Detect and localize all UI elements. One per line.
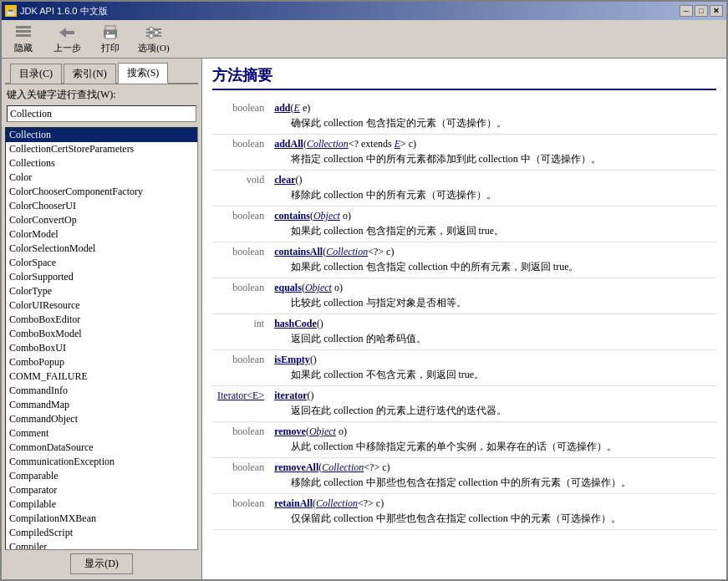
method-description: 如果此 collection 包含指定的元素，则返回 true。 (274, 224, 711, 238)
main-window: ☕ JDK API 1.6.0 中文版 ─ □ ✕ 隐藏 (0, 0, 728, 581)
hide-label: 隐藏 (14, 42, 33, 54)
list-item[interactable]: COMM_FAILURE (6, 369, 197, 384)
table-row: void clear() 移除此 collection 中的所有元素（可选操作）… (212, 171, 716, 206)
list-item[interactable]: ColorType (6, 284, 197, 298)
list-item[interactable]: ColorChooserUI (6, 199, 197, 213)
list-item[interactable]: Compilable (6, 497, 197, 512)
method-signature[interactable]: add(E e) (274, 102, 711, 115)
right-panel[interactable]: 方法摘要 boolean add(E e) 确保此 collection 包含指… (202, 59, 726, 579)
method-description: 如果此 collection 包含指定 collection 中的所有元素，则返… (274, 260, 711, 274)
method-cell: add(E e) 确保此 collection 包含指定的元素（可选操作）。 (269, 99, 716, 135)
list-item[interactable]: ColorUIResource (6, 298, 197, 313)
return-type-cell: boolean (212, 99, 269, 135)
return-type-cell: boolean (212, 422, 269, 458)
method-description: 将指定 collection 中的所有元素都添加到此 collection 中（… (274, 152, 711, 166)
list-item[interactable]: ComboPopup (6, 355, 197, 369)
show-button[interactable]: 显示(D) (70, 553, 133, 574)
left-panel: 目录(C) 索引(N) 搜索(S) 键入关键字进行查找(W): Collecti… (2, 59, 202, 579)
method-signature[interactable]: remove(Object o) (274, 426, 711, 438)
list-item[interactable]: Comparable (6, 469, 197, 483)
method-signature[interactable]: hashCode() (274, 318, 711, 330)
return-type-cell: boolean (212, 278, 269, 314)
method-cell: containsAll(Collection<?> c) 如果此 collect… (269, 242, 716, 278)
list-item[interactable]: CompilationMXBean (6, 512, 197, 526)
list-item[interactable]: ColorSpace (6, 256, 197, 270)
table-row: int hashCode() 返回此 collection 的哈希码值。 (212, 314, 716, 350)
back-label: 上一步 (53, 42, 81, 54)
back-icon (57, 23, 77, 42)
return-type-cell: int (212, 314, 269, 350)
table-row: boolean containsAll(Collection<?> c) 如果此… (212, 242, 716, 278)
maximize-button[interactable]: □ (695, 5, 708, 17)
method-signature[interactable]: isEmpty() (274, 354, 711, 366)
print-icon (100, 23, 120, 42)
list-item[interactable]: ComboBoxEditor (6, 313, 197, 327)
back-button[interactable]: 上一步 (50, 23, 84, 54)
list-item[interactable]: CommandInfo (6, 384, 197, 398)
method-signature[interactable]: addAll(Collection<? extends E> c) (274, 138, 711, 150)
list-item[interactable]: Comparator (6, 483, 197, 497)
list-item[interactable]: CommandMap (6, 398, 197, 412)
tabs-bar: 目录(C) 索引(N) 搜索(S) (5, 62, 198, 84)
svg-rect-1 (16, 30, 31, 33)
list-item[interactable]: Collection (6, 128, 197, 142)
hide-button[interactable]: 隐藏 (7, 23, 40, 54)
svg-marker-3 (59, 28, 66, 38)
list-item[interactable]: Compiler (6, 540, 197, 550)
method-table: boolean add(E e) 确保此 collection 包含指定的元素（… (212, 99, 716, 530)
method-cell: hashCode() 返回此 collection 的哈希码值。 (269, 314, 716, 350)
list-item[interactable]: ColorConvertOp (6, 213, 197, 227)
search-input[interactable] (7, 105, 196, 122)
method-signature[interactable]: iterator() (274, 390, 711, 402)
app-icon: ☕ (5, 5, 17, 17)
svg-rect-7 (105, 34, 115, 38)
return-type-cell: Iterator<E> (212, 386, 269, 422)
list-item[interactable]: ColorChooserComponentFactory (6, 185, 197, 199)
return-type-cell: void (212, 171, 269, 206)
close-button[interactable]: ✕ (710, 5, 723, 17)
tab-index[interactable]: 索引(N) (64, 64, 116, 84)
list-item[interactable]: ComboBoxUI (6, 341, 197, 355)
method-signature[interactable]: containsAll(Collection<?> c) (274, 246, 711, 258)
options-button[interactable]: 选项(O) (137, 23, 171, 54)
class-list[interactable]: CollectionCollectionCertStoreParametersC… (5, 127, 198, 550)
method-signature[interactable]: clear() (274, 174, 711, 186)
method-description: 返回此 collection 的哈希码值。 (274, 332, 711, 346)
method-description: 移除此 collection 中那些也包含在指定 collection 中的所有… (274, 476, 711, 490)
method-description: 仅保留此 collection 中那些也包含在指定 collection 中的元… (274, 512, 711, 526)
method-description: 如果此 collection 不包含元素，则返回 true。 (274, 368, 711, 382)
method-signature[interactable]: retainAll(Collection<?> c) (274, 497, 711, 510)
method-cell: contains(Object o) 如果此 collection 包含指定的元… (269, 206, 716, 242)
list-item[interactable]: CommandObject (6, 412, 197, 426)
list-item[interactable]: CommonDataSource (6, 441, 197, 455)
hide-icon (13, 23, 33, 42)
svg-rect-4 (66, 31, 74, 34)
return-type-cell: boolean (212, 494, 269, 530)
method-signature[interactable]: removeAll(Collection<?> c) (274, 461, 711, 474)
table-row: boolean add(E e) 确保此 collection 包含指定的元素（… (212, 99, 716, 135)
tab-contents[interactable]: 目录(C) (10, 64, 62, 84)
list-item[interactable]: CommunicationException (6, 455, 197, 469)
table-row: boolean contains(Object o) 如果此 collectio… (212, 206, 716, 242)
method-description: 确保此 collection 包含指定的元素（可选操作）。 (274, 116, 711, 130)
print-button[interactable]: 打印 (94, 23, 127, 54)
minimize-button[interactable]: ─ (680, 5, 693, 17)
table-row: boolean remove(Object o) 从此 collection 中… (212, 422, 716, 458)
main-area: 目录(C) 索引(N) 搜索(S) 键入关键字进行查找(W): Collecti… (2, 59, 726, 579)
list-item[interactable]: Collections (6, 156, 197, 171)
list-item[interactable]: ColorModel (6, 227, 197, 242)
options-label: 选项(O) (138, 42, 169, 54)
svg-rect-6 (105, 26, 115, 30)
list-item[interactable]: CollectionCertStoreParameters (6, 142, 197, 156)
svg-rect-0 (16, 26, 31, 28)
list-item[interactable]: Comment (6, 426, 197, 441)
list-item[interactable]: ComboBoxModel (6, 327, 197, 341)
method-signature[interactable]: contains(Object o) (274, 210, 711, 222)
list-item[interactable]: ColorSupported (6, 270, 197, 284)
method-signature[interactable]: equals(Object o) (274, 282, 711, 294)
tab-search[interactable]: 搜索(S) (118, 63, 169, 84)
list-item[interactable]: CompiledScript (6, 526, 197, 540)
list-item[interactable]: ColorSelectionModel (6, 242, 197, 256)
method-cell: isEmpty() 如果此 collection 不包含元素，则返回 true。 (269, 350, 716, 386)
list-item[interactable]: Color (6, 171, 197, 185)
